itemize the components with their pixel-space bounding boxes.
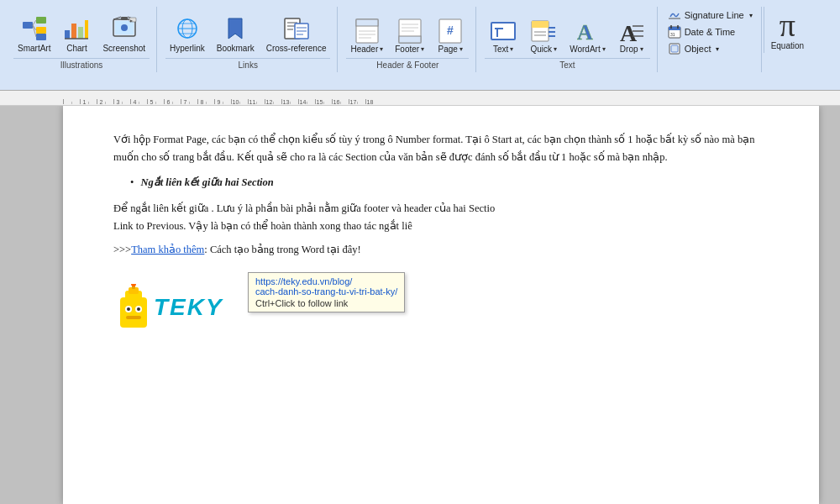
- smartart-icon: [21, 15, 48, 42]
- link-anchor[interactable]: Tham khảo thêm: [131, 244, 204, 255]
- logo-text: TEKY: [154, 294, 223, 321]
- group-links: Hyperlink Bookmark: [159, 7, 338, 72]
- chart-label: Chart: [66, 44, 87, 54]
- signature-arrow: ▾: [749, 12, 753, 19]
- svg-rect-7: [65, 30, 70, 39]
- svg-rect-45: [491, 23, 515, 39]
- wordart-arrow: ▾: [602, 45, 606, 53]
- illustrations-group-label: Illustrations: [13, 58, 150, 72]
- textbox-label-row: Text ▾: [493, 45, 513, 54]
- paragraph-2: Để ngắt liên kết giữa . Lưu ý là phần bà…: [113, 200, 769, 234]
- link-tooltip: https://teky.edu.vn/blog/ cach-danh-so-t…: [248, 272, 405, 312]
- wordart-icon: A: [574, 18, 601, 45]
- bullet-text: Ngắt liên kết giữa hai Section: [140, 174, 273, 192]
- tooltip-url: https://teky.edu.vn/blog/: [255, 276, 397, 286]
- signature-line-button[interactable]: Signature Line ▾: [666, 8, 754, 23]
- quickparts-label-row: Quick ▾: [530, 45, 557, 54]
- bullet-dot: •: [130, 174, 134, 192]
- svg-rect-2: [36, 27, 46, 34]
- link-text: Tham khảo thêm: [131, 244, 204, 255]
- bookmark-button[interactable]: Bookmark: [213, 13, 259, 56]
- header-button[interactable]: Header ▾: [346, 15, 387, 56]
- smartart-button[interactable]: SmartArt: [13, 13, 55, 56]
- equation-label: Equation: [771, 41, 804, 50]
- smartart-label: SmartArt: [18, 44, 50, 54]
- signature-label: Signature Line: [685, 10, 744, 20]
- logo-icon: [113, 284, 154, 331]
- quickparts-button[interactable]: Quick ▾: [525, 15, 562, 56]
- svg-rect-10: [85, 20, 88, 39]
- dropcap-icon: A: [618, 18, 645, 45]
- quickparts-icon: [530, 18, 557, 45]
- svg-rect-9: [78, 27, 83, 39]
- svg-rect-62: [669, 27, 680, 30]
- para2-before: Để ngắt liên kết giữa: [113, 202, 208, 214]
- pagenumber-button[interactable]: # Page ▾: [432, 15, 469, 56]
- dropcap-label: Drop: [620, 45, 638, 54]
- chart-button[interactable]: Chart: [58, 13, 95, 56]
- svg-text:31: 31: [670, 32, 675, 37]
- footer-button[interactable]: Footer ▾: [391, 15, 428, 56]
- header-icon: [354, 18, 381, 45]
- wordart-label-row: WordArt ▾: [570, 45, 606, 54]
- textbox-label: Text: [493, 45, 508, 54]
- equation-icon: π: [780, 9, 795, 41]
- document-page: Với hộp Format Page, các bạn có thể chọn…: [63, 106, 819, 504]
- pagenumber-icon: #: [437, 18, 464, 45]
- bookmark-label: Bookmark: [217, 44, 255, 54]
- tooltip-ctrl-click: Ctrl+Click to follow link: [255, 298, 397, 308]
- datetime-icon: 31: [668, 25, 681, 39]
- svg-point-14: [121, 24, 128, 31]
- group-signature: Signature Line ▾ 31 Date & Time: [659, 7, 762, 72]
- footer-label-row: Footer ▾: [395, 45, 424, 54]
- page-text: Với hộp Format Page, các bạn có thể chọn…: [113, 131, 769, 259]
- paragraph-link: >>>Tham khảo thêm: Cách tạo bảng trong W…: [113, 241, 769, 259]
- crossref-icon: [283, 15, 310, 42]
- datetime-button[interactable]: 31 Date & Time: [666, 24, 754, 39]
- links-group-label: Links: [165, 58, 330, 72]
- logo-area: TEKY: [113, 284, 769, 331]
- svg-point-73: [127, 307, 130, 311]
- svg-rect-15: [121, 17, 128, 20]
- right-margin: [819, 106, 840, 504]
- svg-rect-3: [36, 34, 46, 40]
- link-suffix: : Cách tạo bảng trong Word tại đây!: [204, 244, 360, 255]
- object-arrow: ▾: [716, 45, 719, 53]
- screenshot-button[interactable]: ▶ Screenshot: [98, 13, 150, 56]
- bookmark-icon: [222, 15, 249, 42]
- pagenumber-arrow: ▾: [459, 45, 463, 53]
- textbox-icon: [490, 18, 517, 45]
- hf-group-label: Header & Footer: [346, 58, 469, 72]
- quickparts-label: Quick: [530, 45, 552, 54]
- content-area: Với hộp Format Page, các bạn có thể chọn…: [0, 106, 840, 504]
- svg-rect-8: [71, 24, 76, 39]
- pagenumber-label: Page: [438, 45, 457, 54]
- footer-icon: [396, 18, 423, 45]
- ribbon: SmartArt Chart: [0, 0, 840, 91]
- svg-point-74: [137, 307, 140, 311]
- paragraph-1: Với hộp Format Page, các bạn có thể chọn…: [113, 131, 769, 165]
- equation-button[interactable]: π Equation: [764, 7, 811, 53]
- group-header-footer: Header ▾ Foot: [339, 7, 476, 72]
- pagenumber-label-row: Page ▾: [438, 45, 462, 54]
- object-button[interactable]: Object ▾: [666, 41, 754, 56]
- textbox-button[interactable]: Text ▾: [485, 15, 522, 56]
- link-ref: >>>: [113, 244, 131, 255]
- hyperlink-label: Hyperlink: [170, 44, 205, 54]
- wordart-button[interactable]: A WordArt ▾: [565, 15, 610, 56]
- crossref-button[interactable]: Cross-reference: [262, 13, 331, 56]
- header-label: Header: [350, 45, 378, 54]
- object-icon: [668, 42, 681, 55]
- svg-rect-34: [356, 19, 378, 26]
- header-arrow: ▾: [380, 45, 383, 53]
- screenshot-icon: ▶: [111, 15, 138, 42]
- footer-arrow: ▾: [421, 45, 424, 53]
- left-margin: [0, 106, 63, 504]
- svg-rect-1: [36, 17, 46, 24]
- svg-rect-75: [126, 316, 141, 319]
- footer-label: Footer: [395, 45, 419, 54]
- text-group-label: Text: [485, 58, 650, 72]
- group-illustrations: SmartArt Chart: [7, 7, 157, 72]
- hyperlink-button[interactable]: Hyperlink: [165, 13, 209, 56]
- dropcap-button[interactable]: A Drop ▾: [613, 15, 650, 56]
